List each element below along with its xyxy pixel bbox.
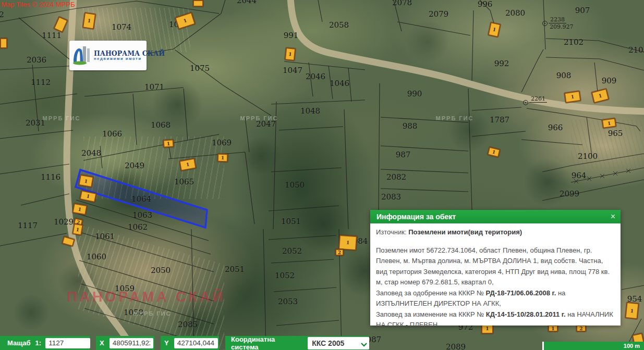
crs-selected-value: ККС 2005 [312, 339, 344, 347]
parcel-label-2049: 2049 [125, 161, 144, 170]
agency-logo-title: ПАНОРАМА СКАЙ [94, 50, 165, 57]
parcel-label-1065: 1065 [174, 177, 194, 186]
parcel-label-2080: 2080 [505, 8, 525, 18]
survey-point-icon [542, 21, 548, 26]
parcel-label-991: 991 [284, 31, 299, 40]
chevron-down-icon [361, 340, 367, 348]
y-coordinate-input[interactable] [174, 338, 218, 348]
building-marker[interactable]: 1 [564, 91, 581, 103]
agency-logo-subtitle: недвижими имоти [94, 57, 165, 61]
parcel-label-1061: 1061 [95, 232, 115, 241]
parcel-label-2085: 2085 [178, 320, 198, 329]
parcel-label-1071: 1071 [144, 82, 164, 92]
parcel-label-1029: 1029 [54, 217, 74, 227]
building-marker[interactable]: 1 [72, 223, 83, 236]
parcel-label-1052: 1052 [275, 271, 295, 280]
object-info-panel: Информация за обект × Източник: Поземлен… [370, 210, 621, 326]
parcel-label-2100: 2100 [578, 152, 598, 161]
scale-prefix: 1: [35, 339, 42, 347]
parcel-label-2058: 2058 [329, 20, 349, 30]
parcel-label-996: 996 [478, 0, 493, 9]
parcel-label-1048: 1048 [300, 106, 320, 116]
parcel-label-2083: 2083 [381, 192, 401, 202]
parcel-label-964: 964 [572, 171, 587, 180]
x-coordinate-panel: X [96, 336, 154, 350]
object-info-title: Информация за обект [376, 213, 611, 221]
approval-order-line: Заповед за одобрение на КККР № РД-18-71/… [376, 288, 614, 309]
source-value: Поземлени имоти(вид територия) [408, 228, 522, 236]
building-marker[interactable]: 2 [335, 249, 344, 256]
building-marker[interactable] [0, 38, 7, 48]
parcel-label-1069: 1069 [212, 138, 232, 147]
parcel-label-1068: 1068 [151, 120, 171, 130]
parcel-label-908: 908 [556, 71, 572, 80]
parcel-label-2051: 2051 [225, 265, 245, 274]
building-marker[interactable]: 1 [338, 235, 357, 251]
parcel-label-907: 907 [575, 6, 590, 15]
parcel-label-966: 966 [548, 123, 563, 132]
map-tiles-credit: Map Tiles © 2024 МРРБ [1, 1, 75, 8]
tile-watermark: МРРБ ГИС [43, 115, 81, 121]
crs-select[interactable]: ККС 2005 [308, 337, 369, 349]
parcel-label-2082: 2082 [386, 172, 406, 182]
building-marker[interactable]: 1 [602, 118, 616, 128]
parcel-label-2089: 2089 [446, 342, 466, 350]
x-label: X [100, 339, 104, 347]
parcel-label-992: 992 [494, 59, 509, 68]
y-coordinate-panel: Y [161, 336, 219, 350]
parcel-label-2: 2 [0, 10, 4, 19]
parcel-label-2036: 2036 [27, 55, 46, 65]
parcel-label-2052: 2052 [282, 246, 302, 256]
parcel-label-1117: 1117 [18, 221, 38, 230]
parcel-label-2050: 2050 [151, 266, 171, 275]
parcel-label-1075: 1075 [190, 64, 210, 73]
parcel-label-2079: 2079 [429, 9, 448, 19]
agency-logo-icon [72, 44, 91, 67]
scale-panel: Мащаб 1: [0, 336, 90, 350]
tile-watermark: МРРБ ГИС [436, 115, 474, 121]
parcel-label-1060: 1060 [87, 252, 106, 261]
parcel-label-2046: 2046 [306, 72, 325, 81]
parcel-label-988: 988 [403, 121, 418, 131]
scale-input[interactable] [45, 338, 90, 348]
building-marker[interactable]: 1 [78, 174, 93, 188]
parcel-label-1116: 1116 [41, 172, 60, 182]
x-coordinate-input[interactable] [110, 338, 153, 348]
building-marker[interactable] [193, 0, 203, 7]
parcel-label-2103: 2103 [628, 45, 644, 55]
survey-point-icon [523, 100, 528, 105]
building-marker[interactable]: 1 [285, 47, 296, 61]
parcel-label-1074: 1074 [112, 22, 131, 32]
source-label: Източник: [376, 228, 407, 236]
parcel-label-2044: 2044 [237, 0, 257, 5]
map-canvas[interactable]: 2111110741077204499120582078207999620809… [0, 0, 644, 350]
survey-point-elevation: 209.927 [550, 23, 574, 30]
parcel-label-1066: 1066 [102, 129, 122, 139]
parcel-label-1112: 1112 [31, 78, 51, 87]
parcel-label-2102: 2102 [564, 38, 584, 47]
building-marker[interactable]: 1 [82, 12, 96, 30]
parcel-label-1063: 1063 [132, 210, 152, 220]
survey-point-number: 2261 [529, 95, 547, 103]
parcel-label-1046: 1046 [330, 79, 349, 88]
building-marker[interactable]: 1 [217, 154, 228, 162]
parcel-label-1787: 1787 [490, 115, 509, 124]
parcel-label-1062: 1062 [128, 222, 148, 232]
tile-watermark: МРРБ ГИС [240, 115, 278, 121]
parcel-label-1050: 1050 [285, 180, 305, 190]
parcel-label-1047: 1047 [283, 66, 302, 75]
agency-watermark: ПАНОРАМА СКАЙ [67, 289, 218, 305]
parcel-label-2078: 2078 [392, 0, 412, 7]
parcel-label-987: 987 [396, 150, 411, 159]
building-marker[interactable]: 1 [625, 302, 639, 319]
survey-point-number: 2238 [549, 16, 566, 23]
crs-label: Координатна система [231, 335, 301, 350]
parcel-label-2053: 2053 [278, 297, 298, 306]
building-marker[interactable]: 1 [163, 139, 174, 147]
tile-watermark: МРРБ ГИС [133, 310, 172, 317]
map-scale-bar: 100 m [542, 342, 644, 350]
parcel-label-1051: 1051 [281, 217, 301, 226]
close-icon[interactable]: × [611, 213, 615, 221]
parcel-label-1064: 1064 [131, 194, 151, 204]
object-info-header: Информация за обект × [370, 210, 621, 223]
